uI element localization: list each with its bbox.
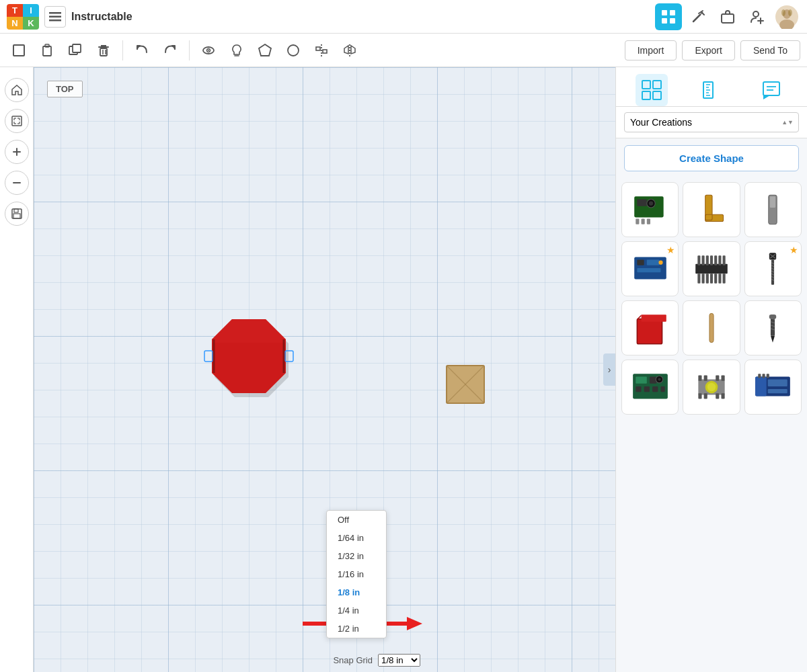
zoom-out-btn[interactable] [5, 171, 29, 195]
shape-red-cube[interactable] [621, 300, 679, 355]
shape-circuit-2[interactable] [621, 360, 679, 415]
creations-select[interactable]: Your Creations [624, 112, 799, 132]
shape-l-bracket[interactable] [683, 182, 740, 237]
svg-rect-154 [704, 393, 707, 398]
svg-rect-112 [706, 274, 709, 283]
import-btn[interactable]: Import [625, 40, 677, 60]
align-btn[interactable] [309, 38, 334, 62]
small-shape[interactable] [444, 363, 487, 406]
svg-rect-147 [660, 386, 664, 392]
snap-bar: Snap Grid 1/8 in Off 1/64 in 1/32 in 1/1… [333, 654, 420, 667]
snap-dropdown: Off 1/64 in 1/32 in 1/16 in 1/8 in 1/4 i… [326, 510, 387, 638]
shape-pins[interactable] [683, 241, 740, 296]
app-menu-icon[interactable] [44, 6, 66, 28]
svg-rect-70 [653, 81, 661, 89]
panel-tabs [616, 67, 807, 107]
svg-rect-110 [697, 274, 700, 283]
svg-rect-162 [755, 376, 767, 396]
svg-rect-115 [718, 274, 721, 283]
svg-line-7 [693, 15, 700, 22]
shape-bar[interactable] [744, 182, 802, 237]
fit-btn[interactable] [5, 109, 29, 133]
create-shape-btn[interactable]: Create Shape [624, 145, 799, 171]
nav-tinker-btn[interactable] [685, 3, 712, 30]
nav-grid-btn[interactable] [655, 3, 682, 30]
snap-1-16[interactable]: 1/16 in [327, 565, 386, 583]
svg-rect-102 [695, 264, 728, 274]
tinkercad-logo[interactable]: T I N K [7, 4, 39, 30]
panel-selector: Your Creations [616, 107, 807, 138]
svg-marker-38 [344, 46, 348, 54]
circle-btn[interactable] [281, 38, 305, 62]
snap-off[interactable]: Off [327, 511, 386, 529]
shape-tact-switch[interactable] [683, 360, 740, 415]
svg-rect-20 [13, 45, 24, 56]
canvas-area[interactable]: TOP [34, 67, 615, 672]
snap-1-4[interactable]: 1/4 in [327, 601, 386, 620]
view-btn[interactable] [196, 38, 221, 62]
top-nav-icons [655, 3, 800, 30]
svg-rect-103 [697, 255, 700, 265]
paste-btn[interactable] [35, 38, 59, 62]
new-btn[interactable] [7, 38, 31, 62]
snap-1-64[interactable]: 1/64 in [327, 529, 386, 547]
mirror-btn[interactable] [338, 38, 362, 62]
tab-notes[interactable] [755, 74, 787, 106]
shape-star-4: ★ [666, 245, 675, 255]
snap-1-32[interactable]: 1/32 in [327, 547, 386, 565]
nav-profile-btn[interactable] [773, 3, 800, 30]
tab-ruler[interactable] [695, 74, 728, 106]
svg-rect-130 [641, 314, 666, 321]
zoom-in-btn[interactable] [5, 140, 29, 164]
shape-arduino[interactable] [744, 360, 802, 415]
svg-marker-136 [771, 335, 775, 342]
svg-rect-163 [768, 380, 787, 386]
send-to-btn[interactable]: Send To [740, 40, 800, 60]
svg-rect-58 [204, 351, 213, 362]
collapse-handle[interactable]: › [603, 353, 615, 386]
save-btn[interactable] [5, 202, 29, 226]
svg-rect-128 [637, 319, 662, 344]
tab-shapes[interactable] [636, 74, 668, 106]
export-btn[interactable]: Export [682, 40, 734, 60]
undo-btn[interactable] [130, 38, 154, 62]
polygon-btn[interactable] [253, 38, 277, 62]
shape-peg[interactable] [683, 300, 740, 355]
svg-rect-95 [770, 196, 775, 208]
svg-point-86 [649, 202, 653, 206]
shape-circuit-board[interactable]: ★ [621, 241, 679, 296]
svg-marker-80 [763, 95, 770, 99]
svg-point-19 [788, 9, 792, 16]
snap-1-2[interactable]: 1/2 in [327, 620, 386, 638]
snap-1-8[interactable]: 1/8 in [327, 583, 386, 601]
svg-rect-104 [702, 255, 705, 265]
svg-rect-5 [662, 18, 667, 24]
svg-point-12 [753, 11, 759, 17]
red-shape[interactable] [195, 302, 303, 410]
nav-add-user-btn[interactable] [744, 3, 771, 30]
home-btn[interactable] [5, 78, 29, 102]
svg-marker-57 [212, 319, 286, 343]
nav-projects-btn[interactable] [714, 3, 741, 30]
svg-rect-84 [637, 199, 646, 206]
svg-rect-1 [49, 15, 61, 17]
svg-rect-40 [12, 116, 22, 126]
svg-rect-106 [710, 255, 713, 265]
shape-standoff[interactable] [744, 300, 802, 355]
svg-rect-4 [670, 10, 675, 15]
logo-t: T [7, 4, 23, 17]
svg-rect-54 [13, 214, 20, 218]
delete-btn[interactable] [91, 38, 116, 62]
snap-grid-select[interactable]: 1/8 in Off 1/64 in 1/32 in 1/16 in 1/8 i… [378, 654, 420, 667]
shape-electronic-module[interactable] [621, 182, 679, 237]
shape-screw[interactable]: ★ [744, 241, 802, 296]
svg-rect-157 [698, 375, 701, 380]
lightbulb-btn[interactable] [225, 38, 249, 62]
right-panel: Your Creations Create Shape [615, 67, 807, 672]
svg-rect-132 [709, 313, 714, 342]
svg-rect-135 [769, 314, 776, 319]
svg-point-30 [208, 50, 209, 51]
duplicate-btn[interactable] [63, 38, 87, 62]
redo-btn[interactable] [158, 38, 182, 62]
svg-rect-6 [670, 18, 675, 24]
